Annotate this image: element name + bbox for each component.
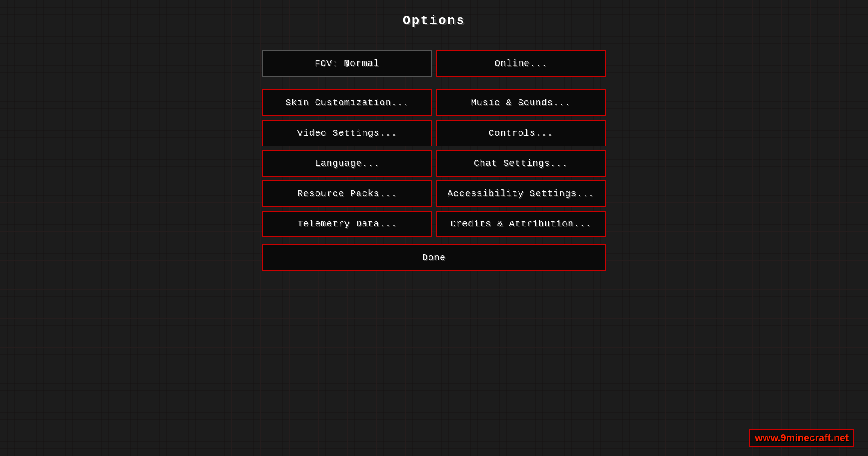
options-grid: Skin Customization... Music & Sounds... … <box>262 89 606 237</box>
telemetry-data-button[interactable]: Telemetry Data... <box>262 211 432 237</box>
online-button[interactable]: Online... <box>436 50 606 77</box>
fov-label: FOV: Normal <box>315 58 379 69</box>
music-sounds-button[interactable]: Music & Sounds... <box>436 89 606 116</box>
fov-button[interactable]: FOV: Normal <box>262 50 432 77</box>
video-settings-button[interactable]: Video Settings... <box>262 120 432 146</box>
done-button[interactable]: Done <box>262 244 606 271</box>
chat-settings-button[interactable]: Chat Settings... <box>436 150 606 177</box>
controls-button[interactable]: Controls... <box>436 120 606 146</box>
language-button[interactable]: Language... <box>262 150 432 177</box>
skin-customization-button[interactable]: Skin Customization... <box>262 89 432 116</box>
watermark: www.9minecraft.net <box>749 429 854 447</box>
accessibility-settings-button[interactable]: Accessibility Settings... <box>436 180 606 207</box>
page-title: Options <box>403 14 466 28</box>
credits-attribution-button[interactable]: Credits & Attribution... <box>436 211 606 237</box>
resource-packs-button[interactable]: Resource Packs... <box>262 180 432 207</box>
